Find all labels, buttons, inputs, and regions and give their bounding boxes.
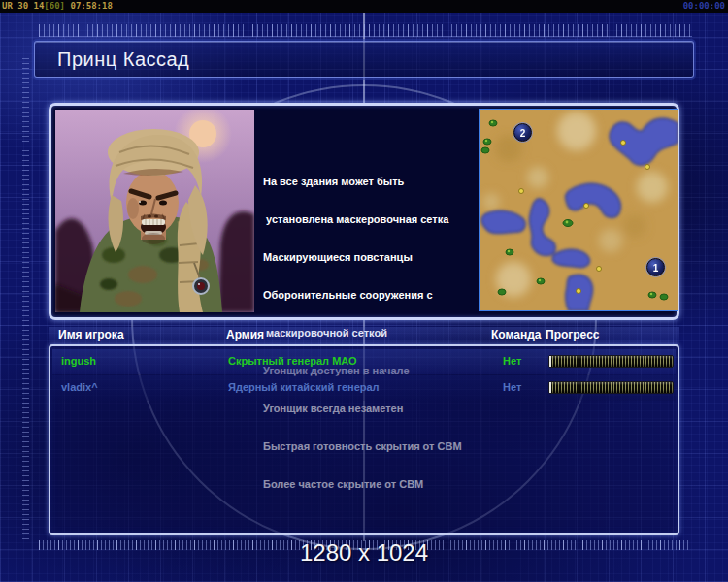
player-army: Скрытный генерал МАО bbox=[228, 355, 357, 367]
clock-time: 07:58:18 bbox=[70, 1, 112, 11]
start-position-marker: 2 bbox=[513, 123, 532, 142]
player-table-panel: ingush Скрытный генерал МАО Нет vladix^ … bbox=[49, 344, 679, 535]
column-header-name: Имя игрока bbox=[58, 328, 124, 341]
ability-line: Оборонительные сооружения с bbox=[263, 289, 475, 302]
general-title: Принц Кассад bbox=[57, 48, 189, 71]
column-header-army: Армия bbox=[226, 328, 264, 341]
start-position-marker: 1 bbox=[646, 258, 665, 276]
general-portrait bbox=[55, 110, 254, 312]
table-row: ingush Скрытный генерал МАО Нет bbox=[52, 349, 676, 374]
game-timer: 00:00:00 bbox=[683, 0, 725, 13]
ability-line: Маскирующиеся повстанцы bbox=[263, 251, 475, 264]
title-bar: Принц Кассад bbox=[34, 41, 694, 78]
column-header-progress: Прогресс bbox=[546, 328, 599, 341]
minimap-terrain bbox=[480, 110, 678, 310]
general-portrait-image bbox=[55, 110, 254, 312]
ability-line: установлена маскеровочная сетка bbox=[263, 213, 475, 226]
load-progress-bar bbox=[548, 355, 674, 368]
load-progress-bar bbox=[548, 381, 674, 394]
player-table-header: Имя игрока Армия Команда Прогресс bbox=[49, 327, 679, 344]
ability-line: На все здания может быть bbox=[263, 176, 475, 188]
fps-values: UR 30 14 bbox=[2, 1, 44, 11]
column-header-team: Команда bbox=[491, 328, 541, 341]
resolution-label: 1280 x 1024 bbox=[0, 539, 728, 566]
player-name: vladix^ bbox=[61, 381, 98, 393]
top-ruler-ticks bbox=[39, 24, 692, 37]
debug-status-bar: UR 30 14[60] 07:58:18 00:00:00 bbox=[0, 0, 728, 13]
player-army: Ядерный китайский генерал bbox=[228, 381, 380, 393]
fps-counter: UR 30 14[60] 07:58:18 bbox=[2, 0, 113, 13]
loading-screen: UR 30 14[60] 07:58:18 00:00:00 Принц Кас… bbox=[0, 0, 728, 582]
left-ruler-ticks bbox=[22, 58, 29, 539]
player-team: Нет bbox=[503, 355, 521, 367]
player-name: ingush bbox=[61, 355, 96, 367]
fps-cap: [60] bbox=[44, 1, 65, 11]
player-team: Нет bbox=[503, 381, 521, 393]
table-row: vladix^ Ядерный китайский генерал Нет bbox=[52, 375, 676, 401]
minimap bbox=[479, 109, 678, 311]
